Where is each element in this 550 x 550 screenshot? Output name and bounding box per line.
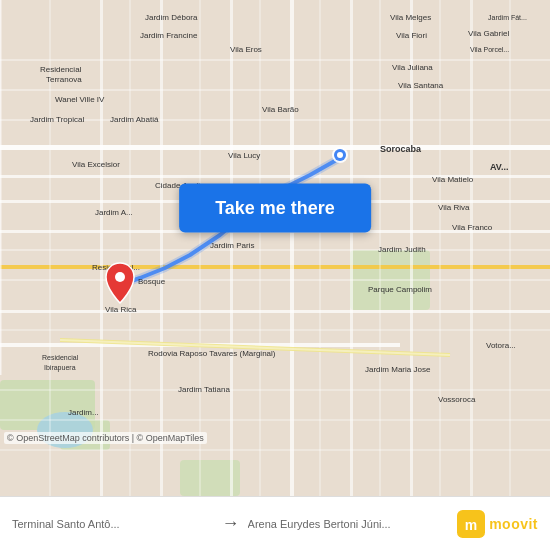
svg-text:Jardim Débora: Jardim Débora (145, 13, 198, 22)
app: Jardim Débora Jardim Francine Vila Eros … (0, 0, 550, 550)
take-me-there-button[interactable]: Take me there (179, 184, 371, 233)
moovit-logo-icon: m (457, 510, 485, 538)
svg-rect-14 (100, 0, 103, 496)
moovit-logo: m moovit (457, 510, 538, 538)
svg-text:Terranova: Terranova (46, 75, 82, 84)
svg-text:Vila Gabriel: Vila Gabriel (468, 29, 509, 38)
route-from: Terminal Santo Antô... (12, 518, 214, 530)
svg-text:Jardim Paris: Jardim Paris (210, 241, 254, 250)
svg-text:Jardim Maria Jose: Jardim Maria Jose (365, 365, 431, 374)
svg-text:Jardim...: Jardim... (68, 408, 99, 417)
svg-text:Jardim Fát...: Jardim Fát... (488, 14, 527, 21)
route-arrow-icon: → (222, 513, 240, 534)
svg-text:Jardim Tropical: Jardim Tropical (30, 115, 84, 124)
svg-text:Vila Fiori: Vila Fiori (396, 31, 427, 40)
svg-text:Vila Riva: Vila Riva (438, 203, 470, 212)
svg-point-82 (337, 152, 343, 158)
svg-text:Jardim Judith: Jardim Judith (378, 245, 426, 254)
svg-text:Bosque: Bosque (138, 277, 166, 286)
svg-text:Parque Campolim: Parque Campolim (368, 285, 432, 294)
svg-text:m: m (465, 516, 477, 532)
route-from-label: Terminal Santo Antô... (12, 518, 214, 530)
map-container: Jardim Débora Jardim Francine Vila Eros … (0, 0, 550, 496)
svg-text:Vossoroca: Vossoroca (438, 395, 476, 404)
svg-text:AV...: AV... (490, 162, 509, 172)
svg-text:Sorocaba: Sorocaba (380, 144, 422, 154)
svg-text:Votora...: Votora... (486, 341, 516, 350)
svg-text:Residencial: Residencial (40, 65, 82, 74)
svg-text:Vila Melges: Vila Melges (390, 13, 431, 22)
svg-text:Vila Eros: Vila Eros (230, 45, 262, 54)
route-to: Arena Eurydes Bertoni Júni... (248, 518, 450, 530)
svg-rect-15 (160, 0, 163, 496)
svg-text:Residencial: Residencial (42, 354, 79, 361)
bottom-bar: Terminal Santo Antô... → Arena Eurydes B… (0, 496, 550, 550)
moovit-brand-text: moovit (489, 516, 538, 532)
svg-rect-17 (290, 0, 294, 496)
svg-text:Jardim Abatiá: Jardim Abatiá (110, 115, 159, 124)
svg-text:Vila Rica: Vila Rica (105, 305, 137, 314)
svg-rect-6 (0, 145, 550, 150)
svg-rect-18 (350, 0, 353, 496)
svg-text:Vila Porcel...: Vila Porcel... (470, 46, 509, 53)
svg-text:Vila Matielo: Vila Matielo (432, 175, 474, 184)
svg-text:Vila Franco: Vila Franco (452, 223, 493, 232)
svg-text:Vila Lucy: Vila Lucy (228, 151, 260, 160)
svg-point-83 (115, 272, 125, 282)
svg-rect-10 (0, 265, 550, 269)
svg-text:Vila Santana: Vila Santana (398, 81, 444, 90)
svg-rect-20 (470, 0, 473, 496)
svg-text:Vila Barão: Vila Barão (262, 105, 299, 114)
svg-text:Ibirapuera: Ibirapuera (44, 364, 76, 372)
svg-text:Vila Excelsior: Vila Excelsior (72, 160, 120, 169)
map-attribution: © OpenStreetMap contributors | © OpenMap… (4, 432, 207, 444)
svg-text:Jardim Tatiana: Jardim Tatiana (178, 385, 230, 394)
svg-text:Jardim Francine: Jardim Francine (140, 31, 198, 40)
map-svg: Jardim Débora Jardim Francine Vila Eros … (0, 0, 550, 496)
route-to-label: Arena Eurydes Bertoni Júni... (248, 518, 450, 530)
svg-text:Vila Juliana: Vila Juliana (392, 63, 433, 72)
svg-rect-11 (0, 310, 550, 313)
svg-text:Wanel Ville IV: Wanel Ville IV (55, 95, 105, 104)
svg-text:Jardim A...: Jardim A... (95, 208, 133, 217)
svg-text:Rodovia Raposo Tavares (Margin: Rodovia Raposo Tavares (Marginal) (148, 349, 276, 358)
